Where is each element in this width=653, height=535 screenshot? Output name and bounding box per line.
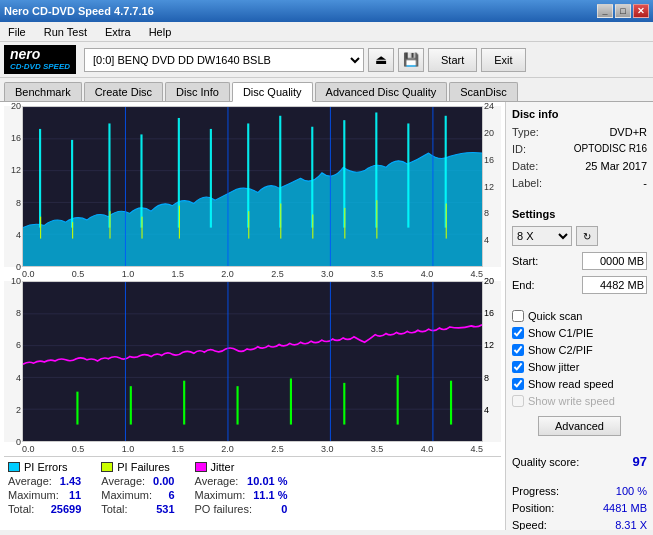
show-c2-pif-row: Show C2/PIF bbox=[512, 344, 647, 356]
y-label-16: 16 bbox=[11, 133, 21, 143]
end-mb-row: End: bbox=[512, 276, 647, 294]
svg-rect-22 bbox=[109, 211, 110, 238]
menu-help[interactable]: Help bbox=[145, 24, 176, 40]
bx-label-2.0: 2.0 bbox=[221, 444, 234, 454]
svg-rect-35 bbox=[23, 282, 482, 441]
toolbar: nero CD·DVD SPEED [0:0] BENQ DVD DD DW16… bbox=[0, 42, 653, 78]
svg-rect-42 bbox=[130, 386, 132, 424]
advanced-button[interactable]: Advanced bbox=[538, 416, 621, 436]
disc-label-row: Label: - bbox=[512, 177, 647, 189]
svg-rect-45 bbox=[290, 378, 292, 424]
bottom-chart bbox=[22, 281, 483, 442]
x-label-0.0: 0.0 bbox=[22, 269, 35, 279]
y-label-8: 8 bbox=[16, 198, 21, 208]
bx-label-3.5: 3.5 bbox=[371, 444, 384, 454]
save-button[interactable]: 💾 bbox=[398, 48, 424, 72]
show-read-speed-checkbox[interactable] bbox=[512, 378, 524, 390]
close-button[interactable]: ✕ bbox=[633, 4, 649, 18]
exit-button[interactable]: Exit bbox=[481, 48, 525, 72]
x-label-3.5: 3.5 bbox=[371, 269, 384, 279]
svg-rect-7 bbox=[39, 129, 41, 228]
y-right-label-4: 4 bbox=[484, 235, 489, 245]
y-label-12: 12 bbox=[11, 165, 21, 175]
end-mb-input[interactable] bbox=[582, 276, 647, 294]
speed-selector[interactable]: 8 X bbox=[512, 226, 572, 246]
disc-id-row: ID: OPTODISC R16 bbox=[512, 143, 647, 155]
show-jitter-checkbox[interactable] bbox=[512, 361, 524, 373]
disc-type-row: Type: DVD+R bbox=[512, 126, 647, 138]
bx-label-4.0: 4.0 bbox=[421, 444, 434, 454]
svg-rect-8 bbox=[71, 140, 73, 228]
progress-row: Progress: 100 % bbox=[512, 485, 647, 497]
jitter-po-row: PO failures: 0 bbox=[195, 503, 288, 515]
disc-info-title: Disc info bbox=[512, 108, 647, 120]
bx-label-2.5: 2.5 bbox=[271, 444, 284, 454]
show-c2-pif-checkbox[interactable] bbox=[512, 344, 524, 356]
svg-rect-26 bbox=[280, 203, 281, 238]
bottom-chart-x-axis: 0.0 0.5 1.0 1.5 2.0 2.5 3.0 3.5 4.0 4.5 bbox=[4, 442, 501, 456]
bottom-chart-svg bbox=[23, 282, 482, 441]
tab-scan-disc[interactable]: ScanDisc bbox=[449, 82, 517, 101]
bx-label-4.5: 4.5 bbox=[470, 444, 483, 454]
tab-create-disc[interactable]: Create Disc bbox=[84, 82, 163, 101]
svg-rect-43 bbox=[183, 381, 185, 425]
svg-rect-47 bbox=[397, 375, 399, 424]
x-label-4.0: 4.0 bbox=[421, 269, 434, 279]
speed-row: Speed: 8.31 X bbox=[512, 519, 647, 530]
pi-errors-average-row: Average: 1.43 bbox=[8, 475, 81, 487]
x-label-4.5: 4.5 bbox=[470, 269, 483, 279]
bottom-chart-y-axis-right: 20 16 12 8 4 bbox=[483, 281, 501, 442]
quick-scan-checkbox[interactable] bbox=[512, 310, 524, 322]
nero-sub-logo: CD·DVD SPEED bbox=[10, 63, 70, 72]
menu-run-test[interactable]: Run Test bbox=[40, 24, 91, 40]
x-label-2.5: 2.5 bbox=[271, 269, 284, 279]
by-right-20: 20 bbox=[484, 276, 494, 286]
legend-area: PI Errors Average: 1.43 Maximum: 11 Tota… bbox=[4, 456, 501, 526]
svg-rect-23 bbox=[141, 217, 142, 239]
svg-rect-48 bbox=[450, 381, 452, 425]
show-write-speed-checkbox[interactable] bbox=[512, 395, 524, 407]
quality-score-row: Quality score: 97 bbox=[512, 454, 647, 469]
drive-selector[interactable]: [0:0] BENQ DVD DD DW1640 BSLB bbox=[84, 48, 364, 72]
top-chart-x-axis: 0.0 0.5 1.0 1.5 2.0 2.5 3.0 3.5 4.0 4.5 bbox=[4, 267, 501, 281]
bx-label-1.0: 1.0 bbox=[122, 444, 135, 454]
eject-button[interactable]: ⏏ bbox=[368, 48, 394, 72]
svg-rect-41 bbox=[76, 392, 78, 425]
svg-rect-15 bbox=[311, 127, 313, 228]
show-c1-pie-checkbox[interactable] bbox=[512, 327, 524, 339]
show-c1-pie-row: Show C1/PIE bbox=[512, 327, 647, 339]
minimize-button[interactable]: _ bbox=[597, 4, 613, 18]
show-read-speed-row: Show read speed bbox=[512, 378, 647, 390]
maximize-button[interactable]: □ bbox=[615, 4, 631, 18]
by-label-0: 0 bbox=[16, 437, 21, 447]
jitter-color-box bbox=[195, 462, 207, 472]
by-label-10: 10 bbox=[11, 276, 21, 286]
y-right-label-8: 8 bbox=[484, 208, 489, 218]
nero-logo: nero CD·DVD SPEED bbox=[4, 45, 76, 73]
by-label-2: 2 bbox=[16, 405, 21, 415]
top-chart-svg bbox=[23, 107, 482, 266]
start-mb-row: Start: bbox=[512, 252, 647, 270]
tab-benchmark[interactable]: Benchmark bbox=[4, 82, 82, 101]
tab-disc-info[interactable]: Disc Info bbox=[165, 82, 230, 101]
by-right-12: 12 bbox=[484, 340, 494, 350]
start-mb-input[interactable] bbox=[582, 252, 647, 270]
tab-advanced-disc-quality[interactable]: Advanced Disc Quality bbox=[315, 82, 448, 101]
tab-disc-quality[interactable]: Disc Quality bbox=[232, 82, 313, 102]
start-button[interactable]: Start bbox=[428, 48, 477, 72]
settings-title: Settings bbox=[512, 208, 647, 220]
settings-refresh-button[interactable]: ↻ bbox=[576, 226, 598, 246]
svg-rect-46 bbox=[343, 383, 345, 425]
svg-rect-18 bbox=[407, 123, 409, 227]
svg-rect-24 bbox=[179, 206, 180, 239]
show-write-speed-row: Show write speed bbox=[512, 395, 647, 407]
menu-file[interactable]: File bbox=[4, 24, 30, 40]
top-chart-y-axis-left: 20 16 12 8 4 0 bbox=[4, 106, 22, 267]
legend-jitter-title: Jitter bbox=[195, 461, 288, 473]
by-label-8: 8 bbox=[16, 308, 21, 318]
y-right-label-16: 16 bbox=[484, 155, 494, 165]
menu-extra[interactable]: Extra bbox=[101, 24, 135, 40]
main-content: 20 16 12 8 4 0 bbox=[0, 101, 653, 530]
app-title: Nero CD-DVD Speed 4.7.7.16 bbox=[4, 5, 154, 17]
svg-rect-25 bbox=[248, 211, 249, 238]
